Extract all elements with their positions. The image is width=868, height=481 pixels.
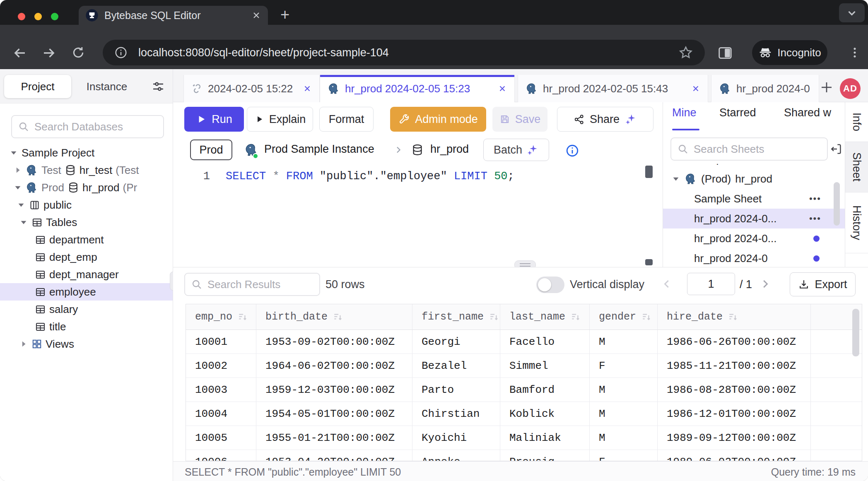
cell-gender[interactable]: M	[590, 330, 658, 354]
sheet-item-menu-icon[interactable]: •••	[809, 193, 821, 204]
forward-icon[interactable]	[41, 46, 56, 60]
cell-gender[interactable]: M	[590, 402, 658, 426]
cell-last_name[interactable]: Preusig	[500, 450, 590, 461]
sort-icon[interactable]	[237, 312, 248, 322]
tab-instance[interactable]: Instance	[81, 75, 133, 98]
save-button[interactable]: Save	[492, 107, 547, 132]
tree-item-dept-manager[interactable]: dept_manager	[0, 266, 173, 283]
column-header-birth_date[interactable]: birth_date	[256, 304, 412, 329]
sheets-tab-shared-w[interactable]: Shared w	[784, 106, 831, 119]
vertical-display-toggle[interactable]	[536, 277, 564, 293]
tab-close-icon[interactable]	[498, 84, 507, 93]
cell-birth_date[interactable]: 1959-12-03T00:00:00Z	[256, 378, 412, 402]
cell-gender[interactable]: M	[590, 426, 658, 450]
tree-item-sample-project[interactable]: Sample Project	[0, 144, 173, 161]
cell-hire_date[interactable]: 1985-11-21T00:00:00Z	[658, 354, 811, 378]
editor-tab-2[interactable]: hr_prod 2024-02-05 15:43	[518, 75, 708, 102]
column-header-first_name[interactable]: first_name	[412, 304, 500, 329]
tab-close-icon[interactable]	[691, 84, 700, 93]
cell-hire_date[interactable]: 1986-08-28T00:00:00Z	[658, 378, 811, 402]
prev-page-button[interactable]	[656, 275, 677, 293]
mac-zoom-button[interactable]	[51, 13, 58, 20]
cell-gender[interactable]: F	[590, 450, 658, 461]
share-button[interactable]: Share	[557, 107, 653, 132]
column-header-hire_date[interactable]: hire_date	[658, 304, 811, 329]
sheet-item-3[interactable]: hr_prod 2024-0	[663, 248, 845, 267]
bookmark-star-icon[interactable]	[678, 45, 693, 60]
cell-last_name[interactable]: Bamford	[500, 378, 590, 402]
cell-birth_date[interactable]: 1953-09-02T00:00:00Z	[256, 330, 412, 354]
tree-item-employee[interactable]: employee	[0, 283, 173, 301]
new-tab-button[interactable]: +	[277, 7, 293, 23]
browser-menu-icon[interactable]	[848, 46, 861, 59]
cell-birth_date[interactable]: 1953-04-20T00:00:00Z	[256, 450, 412, 461]
tree-item-views[interactable]: Views	[0, 335, 173, 353]
tree-item-salary[interactable]: salary	[0, 301, 173, 318]
editor-tab-0[interactable]: 2024-02-05 15:22	[183, 75, 320, 102]
cell-last_name[interactable]: Facello	[500, 330, 590, 354]
cell-emp_no[interactable]: 10003	[186, 378, 256, 402]
cell-first_name[interactable]: Anneke	[412, 450, 500, 461]
editor-scrollbar-thumb[interactable]	[645, 166, 653, 178]
sheet-list-scrollbar[interactable]	[834, 182, 840, 226]
column-header-emp_no[interactable]: emp_no	[186, 304, 256, 329]
sort-icon[interactable]	[728, 312, 738, 322]
editor-tab-3[interactable]: hr_prod 2024-0	[711, 75, 819, 102]
cell-last_name[interactable]: Koblick	[500, 402, 590, 426]
format-button[interactable]: Format	[319, 107, 374, 132]
results-search[interactable]	[184, 273, 320, 296]
results-search-input[interactable]	[207, 278, 313, 291]
explain-button[interactable]: Explain	[247, 107, 313, 132]
column-header-last_name[interactable]: last_name	[500, 304, 590, 329]
grid-scrollbar-thumb[interactable]	[852, 309, 859, 356]
cell-last_name[interactable]: Maliniak	[500, 426, 590, 450]
cell-birth_date[interactable]: 1954-05-01T00:00:00Z	[256, 402, 412, 426]
info-icon[interactable]	[565, 144, 579, 158]
tab-close-icon[interactable]	[251, 10, 261, 20]
next-page-button[interactable]	[755, 275, 776, 293]
sheet-item-0[interactable]: Sample Sheet•••	[663, 189, 845, 209]
collapse-panel-icon[interactable]	[829, 142, 843, 156]
admin-mode-button[interactable]: Admin mode	[390, 107, 486, 132]
tree-item-title[interactable]: title	[0, 318, 173, 335]
database-search[interactable]	[11, 115, 164, 138]
cell-emp_no[interactable]: 10004	[186, 402, 256, 426]
page-number-input[interactable]	[687, 273, 735, 295]
back-icon[interactable]	[12, 46, 27, 60]
cell-first_name[interactable]: Georgi	[412, 330, 500, 354]
database-search-input[interactable]	[34, 120, 157, 133]
tab-close-icon[interactable]	[303, 84, 312, 93]
sheet-item-2[interactable]: hr_prod 2024-0...	[663, 228, 845, 248]
browser-tab[interactable]: Bytebase SQL Editor	[79, 6, 268, 25]
new-sheet-icon[interactable]	[819, 80, 834, 95]
tree-item-dept-emp[interactable]: dept_emp	[0, 248, 173, 266]
cell-emp_no[interactable]: 10006	[186, 450, 256, 461]
sort-icon[interactable]	[641, 312, 652, 322]
tree-item-department[interactable]: department	[0, 231, 173, 248]
cell-emp_no[interactable]: 10002	[186, 354, 256, 378]
sheets-tab-starred[interactable]: Starred	[719, 106, 756, 119]
tree-item-hr-prod[interactable]: Prodhr_prod(Pr	[0, 179, 173, 196]
sheet-item-partial[interactable]: Sample Sheet	[663, 164, 845, 169]
cell-first_name[interactable]: Chirstian	[412, 402, 500, 426]
sort-icon[interactable]	[489, 312, 499, 322]
sort-icon[interactable]	[570, 312, 581, 322]
incognito-badge[interactable]: Incognito	[752, 40, 827, 65]
run-button[interactable]: Run	[184, 107, 244, 132]
address-bar[interactable]: localhost:8080/sql-editor/sheet/project-…	[103, 40, 705, 65]
instance-name[interactable]: Prod Sample Instance	[264, 143, 374, 156]
sheet-search[interactable]	[670, 137, 828, 161]
column-header-gender[interactable]: gender	[590, 304, 658, 329]
mac-close-button[interactable]	[18, 13, 25, 20]
tree-item-tables[interactable]: Tables	[0, 214, 173, 231]
tree-item-hr-test[interactable]: Testhr_test(Test	[0, 161, 173, 179]
sort-icon[interactable]	[333, 312, 343, 322]
database-name[interactable]: hr_prod	[430, 143, 469, 156]
cell-birth_date[interactable]: 1955-01-21T00:00:00Z	[256, 426, 412, 450]
tree-item-public[interactable]: public	[0, 196, 173, 214]
cell-gender[interactable]: M	[590, 378, 658, 402]
export-button[interactable]: Export	[790, 272, 856, 296]
cell-hire_date[interactable]: 1986-06-26T00:00:00Z	[658, 330, 811, 354]
user-avatar[interactable]: AD	[840, 78, 861, 99]
side-panel-icon[interactable]	[717, 45, 733, 61]
